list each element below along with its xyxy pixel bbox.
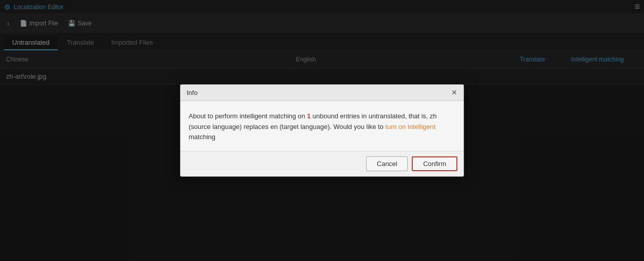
modal-count: 1: [307, 112, 310, 120]
modal-message3: (source language) replaces en (target la…: [189, 123, 385, 130]
modal-footer: Cancel Confirm: [181, 151, 463, 176]
modal-overlay: Info ✕ About to perform intelligent matc…: [0, 0, 644, 261]
modal-message2: unbound entries in untranslated, that is…: [311, 112, 437, 120]
modal-highlight: turn on intelligent: [385, 123, 436, 130]
modal-header: Info ✕: [181, 85, 463, 101]
confirm-button[interactable]: Confirm: [412, 156, 457, 171]
modal-message1: About to perform intelligent matching on: [189, 112, 307, 120]
modal-close-button[interactable]: ✕: [451, 89, 457, 96]
info-modal: Info ✕ About to perform intelligent matc…: [180, 84, 464, 177]
modal-title: Info: [187, 89, 198, 96]
cancel-button[interactable]: Cancel: [366, 156, 408, 171]
modal-message4: matching: [189, 133, 216, 141]
modal-body: About to perform intelligent matching on…: [181, 101, 463, 151]
